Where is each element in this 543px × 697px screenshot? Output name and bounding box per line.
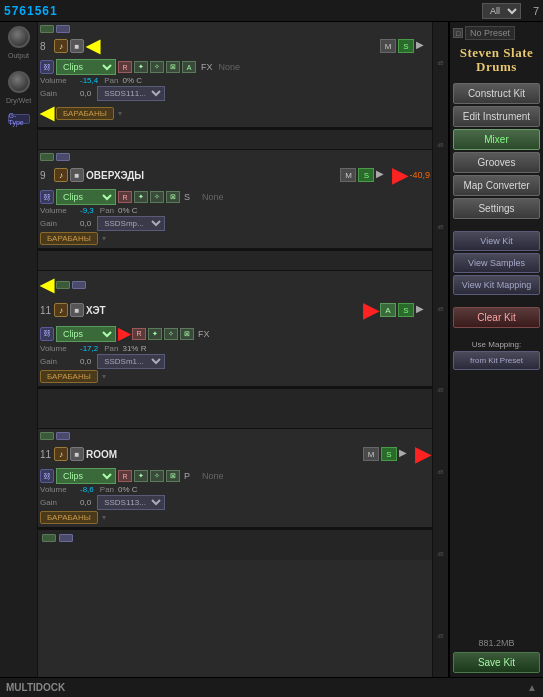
chroom-p-label: P	[184, 471, 190, 481]
ch11-mini-btn1[interactable]	[56, 281, 70, 289]
save-kit-btn[interactable]: Save Kit	[453, 652, 540, 673]
chroom-drums-arrow: ▾	[102, 513, 106, 522]
ch11-solo-btn[interactable]: S	[398, 303, 414, 317]
ch11-drum-icon: ♪	[54, 303, 68, 317]
ch9-fx-btn3[interactable]: ⊠	[166, 191, 180, 203]
chroom-mini-btn2[interactable]	[56, 432, 70, 440]
top-bar: 5761561 All 7	[0, 0, 543, 22]
ch11-gain-label: Gain	[40, 357, 78, 366]
multidock-label: MULTIDOCK	[6, 682, 65, 693]
ch11-fx-btn1[interactable]: ✦	[148, 328, 162, 340]
grooves-btn[interactable]: Grooves	[453, 152, 540, 173]
channel-count: 7	[525, 5, 539, 17]
ch9-drums-label: БАРАБАНЫ	[40, 232, 98, 245]
ch8-preset-dropdown[interactable]: SSDS111...	[97, 86, 165, 101]
from-kit-preset-btn[interactable]: from Kit Preset	[453, 351, 540, 370]
ch9-vol-label: Volume	[40, 206, 78, 215]
ch8-vol-label: Volume	[40, 76, 78, 85]
chroom-fx-btn1[interactable]: ✦	[134, 470, 148, 482]
ch8-mini-btn2[interactable]	[56, 25, 70, 33]
ch11-mini-btn2[interactable]	[72, 281, 86, 289]
ch11-fx-btn2[interactable]: ✧	[164, 328, 178, 340]
ch9-drums-arrow: ▾	[102, 234, 106, 243]
knob-drywet[interactable]	[8, 71, 30, 93]
ch8-gain-val: 0,0	[80, 89, 91, 98]
ch9-red-arrow: ▶	[392, 163, 407, 187]
view-kit-btn[interactable]: View Kit	[453, 231, 540, 251]
use-mapping-label: Use Mapping:	[453, 340, 540, 349]
ch8-drums-label: БАРАБАНЫ	[56, 107, 114, 120]
ch8-fx-btn1[interactable]: ✦	[134, 61, 148, 73]
map-converter-btn[interactable]: Map Converter	[453, 175, 540, 196]
footer-mini-btn2[interactable]	[59, 534, 73, 542]
ch11-preset-dropdown[interactable]: SSDSm1...	[97, 354, 165, 369]
expand-icon[interactable]: ▲	[527, 682, 537, 693]
ch9-route-btn[interactable]: ▶	[376, 168, 390, 182]
bottom-bar: MULTIDOCK ▲	[0, 677, 543, 697]
ch11-route-btn[interactable]: ▶	[416, 303, 430, 317]
ch8-mute-btn[interactable]: M	[380, 39, 396, 53]
ch9-mini-btn2[interactable]	[56, 153, 70, 161]
spacer2	[38, 251, 432, 271]
ch8-fx-btn3[interactable]: ⊠	[166, 61, 180, 73]
ch8-clips-dropdown[interactable]: Clips	[56, 59, 116, 75]
construct-kit-btn[interactable]: Construct Kit	[453, 83, 540, 104]
channel-8: 8 ♪ ■ ◀ M S ▶ ⛓	[38, 22, 432, 130]
chroom-red-arrow: ▶	[415, 442, 430, 466]
channels-footer	[38, 530, 432, 560]
ch11-drums-arrow: ▾	[102, 372, 106, 381]
chroom-clips-dropdown[interactable]: Clips	[56, 468, 116, 484]
view-kit-mapping-btn[interactable]: View Kit Mapping	[453, 275, 540, 295]
ch9-mute-btn[interactable]: M	[340, 168, 356, 182]
clear-kit-btn[interactable]: Clear Kit	[453, 307, 540, 328]
spacer-rp3	[453, 330, 540, 338]
ch9-mini-btn1[interactable]	[40, 153, 54, 161]
ch8-solo-btn[interactable]: S	[398, 39, 414, 53]
preset-expand-btn[interactable]: □	[453, 28, 463, 38]
ch11-red-arrow: ▶	[363, 298, 378, 322]
mixer-btn[interactable]: Mixer	[453, 129, 540, 150]
chroom-fx-btn2[interactable]: ✧	[150, 470, 164, 482]
ch8-fx-btn4[interactable]: A	[182, 61, 196, 73]
ch11-gain-val: 0,0	[80, 357, 91, 366]
chroom-route-btn[interactable]: ▶	[399, 447, 413, 461]
ch9-r-btn[interactable]: R	[118, 191, 132, 203]
ch11-r-btn[interactable]: R	[132, 328, 146, 340]
memory-display: 881.2MB	[453, 638, 540, 648]
ch9-vol-val: -9,3	[80, 206, 94, 215]
ch8-num: 8	[40, 41, 52, 52]
channel-11-room: 11 ♪ ■ ROOM M S ▶ ▶ ⛓ Clips	[38, 429, 432, 530]
ch9-preset-dropdown[interactable]: SSDSmp...	[97, 216, 165, 231]
ch9-fx-btn1[interactable]: ✦	[134, 191, 148, 203]
ch9-solo-btn[interactable]: S	[358, 168, 374, 182]
ch8-mini-btn1[interactable]	[40, 25, 54, 33]
ch11-mute-btn[interactable]: A	[380, 303, 396, 317]
ch9-pan-val: 0% C	[118, 206, 138, 215]
ch8-r-btn[interactable]: R	[118, 61, 132, 73]
ch8-fx-btn2[interactable]: ✧	[150, 61, 164, 73]
chroom-mute-btn[interactable]: M	[363, 447, 379, 461]
channels-scroll[interactable]: 8 ♪ ■ ◀ M S ▶ ⛓	[38, 22, 432, 677]
edit-instrument-btn[interactable]: Edit Instrument	[453, 106, 540, 127]
settings-btn[interactable]: Settings	[453, 198, 540, 219]
chroom-r-btn[interactable]: R	[118, 470, 132, 482]
ch9-clips-dropdown[interactable]: Clips	[56, 189, 116, 205]
ch8-route-btn[interactable]: ▶	[416, 39, 430, 53]
ch11-clips-dropdown[interactable]: Clips	[56, 326, 116, 342]
channel-9: 9 ♪ ■ ОВЕРХЭДЫ M S ▶ ▶ -40,9 ⛓	[38, 150, 432, 251]
chroom-solo-btn[interactable]: S	[381, 447, 397, 461]
ch9-fx-btn2[interactable]: ✧	[150, 191, 164, 203]
chroom-mini-btn1[interactable]	[40, 432, 54, 440]
spacer-rp2	[453, 297, 540, 305]
ch8-drums-arrow: ▾	[118, 109, 122, 118]
knob-output[interactable]	[8, 26, 30, 48]
ch8-pan-label: Pan	[104, 76, 118, 85]
chroom-fx-btn3[interactable]: ⊠	[166, 470, 180, 482]
g-type-label: G-Type	[8, 114, 30, 124]
footer-mini-btn1[interactable]	[42, 534, 56, 542]
ch8-yellow-arrow: ◀	[86, 35, 100, 57]
preset-dropdown[interactable]: All	[482, 3, 521, 19]
chroom-preset-dropdown[interactable]: SSDS113...	[97, 495, 165, 510]
ch11-fx-btn3[interactable]: ⊠	[180, 328, 194, 340]
view-samples-btn[interactable]: View Samples	[453, 253, 540, 273]
